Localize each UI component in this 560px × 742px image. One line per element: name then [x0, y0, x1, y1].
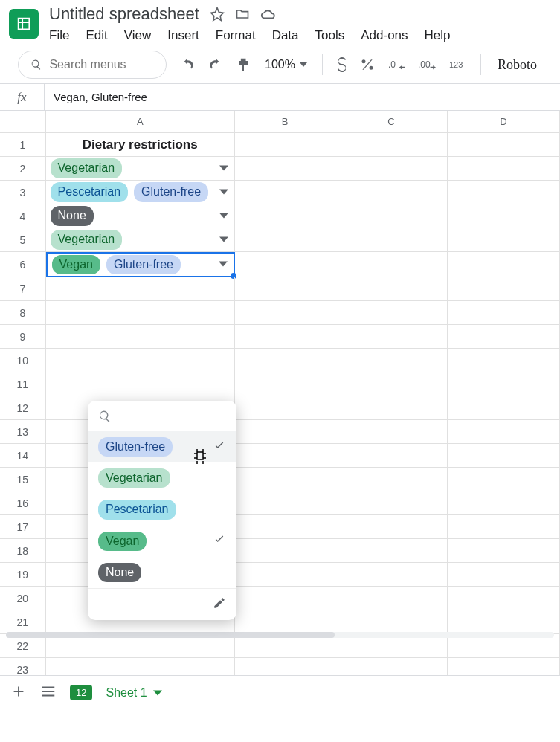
- horizontal-scrollbar[interactable]: [6, 632, 554, 638]
- cell-D19[interactable]: [448, 563, 560, 587]
- cell-D21[interactable]: [448, 610, 560, 634]
- menu-help[interactable]: Help: [425, 28, 451, 43]
- cell-D9[interactable]: [448, 325, 560, 349]
- row-header-1[interactable]: 1: [0, 133, 46, 157]
- row-header-21[interactable]: 21: [0, 610, 46, 634]
- menu-edit[interactable]: Edit: [86, 28, 107, 43]
- cell-C11[interactable]: [335, 372, 448, 396]
- cell-dropdown-arrow[interactable]: [219, 234, 228, 246]
- row-header-11[interactable]: 11: [0, 372, 46, 396]
- cell-A4[interactable]: None: [46, 204, 235, 228]
- percent-button[interactable]: [360, 57, 375, 72]
- row-header-6[interactable]: 6: [0, 252, 46, 277]
- row-header-9[interactable]: 9: [0, 325, 46, 349]
- comment-count-badge[interactable]: 12: [70, 685, 92, 700]
- col-header-A[interactable]: A: [46, 111, 235, 133]
- cell-C6[interactable]: [335, 252, 448, 277]
- cell-dropdown-arrow[interactable]: [219, 163, 228, 175]
- cell-A23[interactable]: [46, 658, 235, 676]
- cell-dropdown-arrow[interactable]: [219, 259, 228, 271]
- cell-D5[interactable]: [448, 228, 560, 252]
- zoom-selector[interactable]: 100%: [265, 58, 307, 71]
- decrease-decimal-button[interactable]: .0: [388, 57, 405, 72]
- cell-B1[interactable]: [235, 133, 335, 157]
- cell-B16[interactable]: [235, 491, 335, 515]
- row-header-15[interactable]: 15: [0, 468, 46, 491]
- cell-C10[interactable]: [335, 349, 448, 372]
- cell-D1[interactable]: [448, 133, 560, 157]
- cell-D14[interactable]: [448, 444, 560, 468]
- cell-C17[interactable]: [335, 515, 448, 539]
- cell-A10[interactable]: [46, 349, 235, 372]
- cell-C1[interactable]: [335, 133, 448, 157]
- cell-D16[interactable]: [448, 491, 560, 515]
- cell-C12[interactable]: [335, 396, 448, 420]
- add-sheet-button[interactable]: [10, 683, 27, 702]
- star-icon[interactable]: [210, 7, 225, 22]
- menu-search-input[interactable]: [48, 57, 154, 72]
- fx-value[interactable]: Vegan, Gluten-free: [45, 91, 147, 103]
- cell-B9[interactable]: [235, 325, 335, 349]
- cell-B6[interactable]: [235, 252, 335, 277]
- cell-C16[interactable]: [335, 491, 448, 515]
- cell-B11[interactable]: [235, 372, 335, 396]
- cloud-icon[interactable]: [260, 6, 277, 22]
- cell-D12[interactable]: [448, 396, 560, 420]
- cell-B23[interactable]: [235, 658, 335, 676]
- cell-B18[interactable]: [235, 539, 335, 563]
- cell-B19[interactable]: [235, 563, 335, 587]
- cell-C18[interactable]: [335, 539, 448, 563]
- dropdown-item[interactable]: None: [88, 557, 236, 588]
- folder-icon[interactable]: [235, 7, 250, 22]
- cell-B15[interactable]: [235, 468, 335, 491]
- cell-C13[interactable]: [335, 420, 448, 444]
- cell-D17[interactable]: [448, 515, 560, 539]
- cell-B21[interactable]: [235, 610, 335, 634]
- row-header-7[interactable]: 7: [0, 277, 46, 301]
- cell-A11[interactable]: [46, 372, 235, 396]
- cell-A1[interactable]: Dietary restrictions: [46, 133, 235, 157]
- cell-A8[interactable]: [46, 301, 235, 325]
- cell-B8[interactable]: [235, 301, 335, 325]
- cell-B3[interactable]: [235, 181, 335, 204]
- cell-C2[interactable]: [335, 157, 448, 181]
- cell-D8[interactable]: [448, 301, 560, 325]
- cell-B4[interactable]: [235, 204, 335, 228]
- cell-B10[interactable]: [235, 349, 335, 372]
- cell-C21[interactable]: [335, 610, 448, 634]
- cell-A9[interactable]: [46, 325, 235, 349]
- cell-D23[interactable]: [448, 658, 560, 676]
- cell-C3[interactable]: [335, 181, 448, 204]
- dropdown-edit-button[interactable]: [88, 588, 236, 617]
- cell-D3[interactable]: [448, 181, 560, 204]
- cell-B17[interactable]: [235, 515, 335, 539]
- menu-tools[interactable]: Tools: [315, 28, 345, 43]
- cell-A5[interactable]: Vegetarian: [46, 228, 235, 252]
- cell-C7[interactable]: [335, 277, 448, 301]
- menu-format[interactable]: Format: [216, 28, 256, 43]
- cell-D11[interactable]: [448, 372, 560, 396]
- menu-data[interactable]: Data: [272, 28, 299, 43]
- cell-D6[interactable]: [448, 252, 560, 277]
- dropdown-search[interactable]: [88, 401, 236, 431]
- increase-decimal-button[interactable]: .00: [418, 57, 436, 72]
- cell-B2[interactable]: [235, 157, 335, 181]
- row-header-4[interactable]: 4: [0, 204, 46, 228]
- cell-D13[interactable]: [448, 420, 560, 444]
- menu-search[interactable]: [18, 51, 167, 79]
- cell-A6[interactable]: VeganGluten-free: [46, 252, 235, 277]
- row-header-2[interactable]: 2: [0, 157, 46, 181]
- menu-addons[interactable]: Add-ons: [361, 28, 408, 43]
- cell-B14[interactable]: [235, 444, 335, 468]
- row-header-10[interactable]: 10: [0, 349, 46, 372]
- cell-C14[interactable]: [335, 444, 448, 468]
- cell-C8[interactable]: [335, 301, 448, 325]
- cell-C9[interactable]: [335, 325, 448, 349]
- cell-B12[interactable]: [235, 396, 335, 420]
- cell-A7[interactable]: [46, 277, 235, 301]
- cell-A2[interactable]: Vegetarian: [46, 157, 235, 181]
- cell-D7[interactable]: [448, 277, 560, 301]
- currency-button[interactable]: [338, 57, 347, 72]
- paint-format-icon[interactable]: [236, 57, 251, 72]
- more-formats-button[interactable]: 123: [449, 59, 466, 71]
